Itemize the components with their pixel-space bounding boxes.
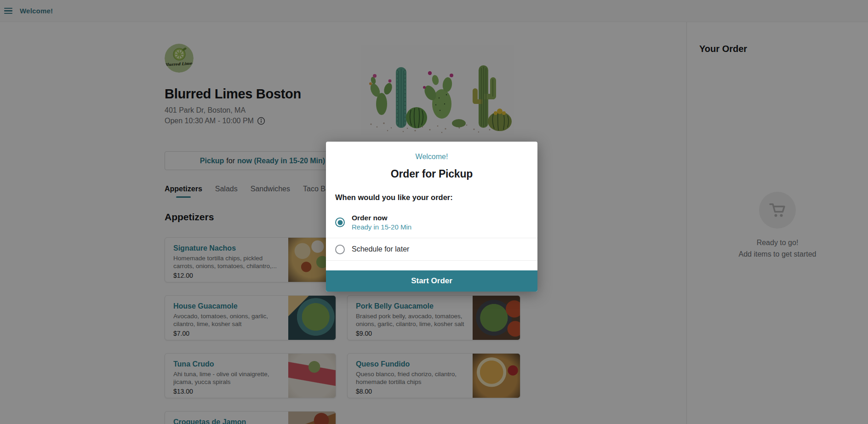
- start-order-button[interactable]: Start Order: [326, 270, 537, 292]
- order-for-pickup-modal: Welcome! Order for Pickup When would you…: [326, 142, 537, 292]
- order-time-options: Order now Ready in 15-20 Min Schedule fo…: [326, 207, 537, 261]
- radio-unselected-icon[interactable]: [335, 245, 345, 254]
- option-schedule-for-later[interactable]: Schedule for later: [326, 238, 537, 260]
- option-order-now[interactable]: Order now Ready in 15-20 Min: [326, 207, 537, 238]
- modal-eyebrow: Welcome!: [326, 153, 537, 161]
- modal-question: When would you like your order:: [335, 193, 453, 202]
- divider: [326, 260, 537, 261]
- option-sublabel: Ready in 15-20 Min: [352, 223, 411, 231]
- modal-title: Order for Pickup: [326, 168, 537, 180]
- option-label: Order now: [352, 213, 411, 222]
- option-label: Schedule for later: [352, 245, 409, 253]
- radio-selected-icon[interactable]: [335, 218, 345, 227]
